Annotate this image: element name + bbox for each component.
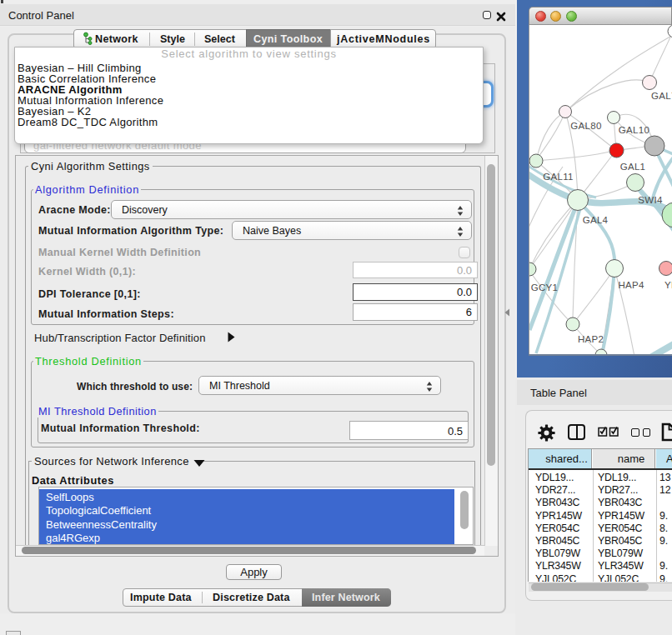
- svg-text:YM: YM: [664, 280, 672, 290]
- svg-text:GCY1: GCY1: [531, 282, 559, 292]
- svg-text:GAL11: GAL11: [543, 172, 573, 182]
- svg-text:GAL80: GAL80: [570, 121, 601, 131]
- svg-text:GAL4: GAL4: [583, 215, 609, 225]
- svg-text:GAL10: GAL10: [619, 125, 649, 135]
- svg-text:SWI4: SWI4: [638, 195, 663, 205]
- svg-text:HAP2: HAP2: [578, 334, 604, 344]
- svg-text:GAL1: GAL1: [620, 162, 646, 172]
- svg-text:GAL7: GAL7: [651, 91, 672, 101]
- svg-text:HAP4: HAP4: [618, 280, 644, 290]
